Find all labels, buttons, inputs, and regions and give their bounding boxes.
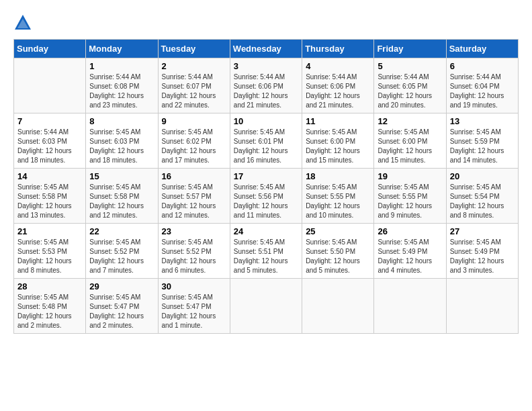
day-info: Sunrise: 5:45 AM Sunset: 6:00 PM Dayligh… [306, 128, 370, 165]
week-row-2: 7Sunrise: 5:44 AM Sunset: 6:03 PM Daylig… [14, 113, 519, 169]
day-number: 24 [234, 226, 298, 236]
weekday-header-sunday: Sunday [14, 40, 86, 58]
day-number: 28 [17, 281, 82, 291]
day-info: Sunrise: 5:45 AM Sunset: 6:01 PM Dayligh… [234, 128, 298, 165]
day-info: Sunrise: 5:45 AM Sunset: 5:50 PM Dayligh… [306, 238, 370, 275]
day-info: Sunrise: 5:45 AM Sunset: 5:47 PM Dayligh… [89, 293, 154, 330]
page-header [13, 13, 519, 32]
logo-icon [13, 13, 32, 32]
day-info: Sunrise: 5:45 AM Sunset: 5:58 PM Dayligh… [89, 183, 154, 220]
day-info: Sunrise: 5:44 AM Sunset: 6:03 PM Dayligh… [17, 128, 82, 165]
day-info: Sunrise: 5:45 AM Sunset: 5:47 PM Dayligh… [162, 293, 226, 330]
day-info: Sunrise: 5:45 AM Sunset: 5:55 PM Dayligh… [306, 183, 370, 220]
day-number: 29 [89, 281, 154, 291]
day-number: 9 [162, 116, 226, 126]
day-cell: 25Sunrise: 5:45 AM Sunset: 5:50 PM Dayli… [302, 224, 374, 279]
day-cell: 10Sunrise: 5:45 AM Sunset: 6:01 PM Dayli… [230, 113, 302, 169]
day-number: 30 [162, 281, 226, 291]
day-info: Sunrise: 5:45 AM Sunset: 5:52 PM Dayligh… [162, 238, 226, 275]
day-cell: 29Sunrise: 5:45 AM Sunset: 5:47 PM Dayli… [86, 279, 158, 334]
day-number: 21 [17, 226, 82, 236]
day-number: 15 [89, 171, 154, 181]
day-info: Sunrise: 5:45 AM Sunset: 5:56 PM Dayligh… [234, 183, 298, 220]
day-info: Sunrise: 5:45 AM Sunset: 5:52 PM Dayligh… [89, 238, 154, 275]
week-row-3: 14Sunrise: 5:45 AM Sunset: 5:58 PM Dayli… [14, 169, 519, 224]
day-cell: 20Sunrise: 5:45 AM Sunset: 5:54 PM Dayli… [446, 169, 518, 224]
week-row-1: 1Sunrise: 5:44 AM Sunset: 6:08 PM Daylig… [14, 58, 519, 113]
day-info: Sunrise: 5:45 AM Sunset: 5:59 PM Dayligh… [450, 128, 515, 165]
day-number: 19 [378, 171, 442, 181]
day-cell: 30Sunrise: 5:45 AM Sunset: 5:47 PM Dayli… [158, 279, 230, 334]
weekday-header-tuesday: Tuesday [158, 40, 230, 58]
day-cell [14, 58, 86, 113]
day-info: Sunrise: 5:45 AM Sunset: 5:54 PM Dayligh… [450, 183, 515, 220]
day-number: 3 [234, 61, 298, 71]
day-info: Sunrise: 5:45 AM Sunset: 5:57 PM Dayligh… [162, 183, 226, 220]
day-cell: 19Sunrise: 5:45 AM Sunset: 5:55 PM Dayli… [374, 169, 446, 224]
day-number: 10 [234, 116, 298, 126]
calendar-table: SundayMondayTuesdayWednesdayThursdayFrid… [13, 39, 519, 334]
week-row-5: 28Sunrise: 5:45 AM Sunset: 5:48 PM Dayli… [14, 279, 519, 334]
day-info: Sunrise: 5:45 AM Sunset: 6:03 PM Dayligh… [89, 128, 154, 165]
day-cell: 13Sunrise: 5:45 AM Sunset: 5:59 PM Dayli… [446, 113, 518, 169]
week-row-4: 21Sunrise: 5:45 AM Sunset: 5:53 PM Dayli… [14, 224, 519, 279]
logo [13, 13, 35, 32]
day-info: Sunrise: 5:44 AM Sunset: 6:04 PM Dayligh… [450, 73, 515, 110]
day-number: 1 [89, 61, 154, 71]
day-number: 13 [450, 116, 515, 126]
day-number: 16 [162, 171, 226, 181]
day-cell: 8Sunrise: 5:45 AM Sunset: 6:03 PM Daylig… [86, 113, 158, 169]
day-info: Sunrise: 5:45 AM Sunset: 5:49 PM Dayligh… [450, 238, 515, 275]
day-number: 2 [162, 61, 226, 71]
day-number: 11 [306, 116, 370, 126]
day-number: 18 [306, 171, 370, 181]
day-cell: 7Sunrise: 5:44 AM Sunset: 6:03 PM Daylig… [14, 113, 86, 169]
day-number: 5 [378, 61, 442, 71]
day-info: Sunrise: 5:45 AM Sunset: 5:49 PM Dayligh… [378, 238, 442, 275]
day-info: Sunrise: 5:45 AM Sunset: 5:48 PM Dayligh… [17, 293, 82, 330]
day-cell [230, 279, 302, 334]
day-cell [302, 279, 374, 334]
day-info: Sunrise: 5:45 AM Sunset: 5:51 PM Dayligh… [234, 238, 298, 275]
day-number: 12 [378, 116, 442, 126]
day-info: Sunrise: 5:45 AM Sunset: 5:53 PM Dayligh… [17, 238, 82, 275]
day-info: Sunrise: 5:45 AM Sunset: 5:58 PM Dayligh… [17, 183, 82, 220]
day-number: 25 [306, 226, 370, 236]
weekday-header-saturday: Saturday [446, 40, 518, 58]
day-cell: 2Sunrise: 5:44 AM Sunset: 6:07 PM Daylig… [158, 58, 230, 113]
day-info: Sunrise: 5:44 AM Sunset: 6:08 PM Dayligh… [89, 73, 154, 110]
day-cell [374, 279, 446, 334]
day-number: 7 [17, 116, 82, 126]
day-cell: 26Sunrise: 5:45 AM Sunset: 5:49 PM Dayli… [374, 224, 446, 279]
day-cell: 23Sunrise: 5:45 AM Sunset: 5:52 PM Dayli… [158, 224, 230, 279]
day-cell: 12Sunrise: 5:45 AM Sunset: 6:00 PM Dayli… [374, 113, 446, 169]
day-cell: 18Sunrise: 5:45 AM Sunset: 5:55 PM Dayli… [302, 169, 374, 224]
weekday-header-friday: Friday [374, 40, 446, 58]
day-cell: 28Sunrise: 5:45 AM Sunset: 5:48 PM Dayli… [14, 279, 86, 334]
day-cell: 15Sunrise: 5:45 AM Sunset: 5:58 PM Dayli… [86, 169, 158, 224]
day-info: Sunrise: 5:45 AM Sunset: 5:55 PM Dayligh… [378, 183, 442, 220]
day-number: 17 [234, 171, 298, 181]
day-number: 20 [450, 171, 515, 181]
day-cell: 1Sunrise: 5:44 AM Sunset: 6:08 PM Daylig… [86, 58, 158, 113]
day-cell [446, 279, 518, 334]
day-info: Sunrise: 5:44 AM Sunset: 6:05 PM Dayligh… [378, 73, 442, 110]
day-number: 8 [89, 116, 154, 126]
day-cell: 11Sunrise: 5:45 AM Sunset: 6:00 PM Dayli… [302, 113, 374, 169]
day-info: Sunrise: 5:45 AM Sunset: 6:02 PM Dayligh… [162, 128, 226, 165]
day-cell: 3Sunrise: 5:44 AM Sunset: 6:06 PM Daylig… [230, 58, 302, 113]
day-cell: 17Sunrise: 5:45 AM Sunset: 5:56 PM Dayli… [230, 169, 302, 224]
day-number: 22 [89, 226, 154, 236]
day-cell: 4Sunrise: 5:44 AM Sunset: 6:06 PM Daylig… [302, 58, 374, 113]
day-number: 26 [378, 226, 442, 236]
weekday-header-thursday: Thursday [302, 40, 374, 58]
day-number: 23 [162, 226, 226, 236]
day-number: 27 [450, 226, 515, 236]
weekday-header-row: SundayMondayTuesdayWednesdayThursdayFrid… [14, 40, 519, 58]
day-number: 4 [306, 61, 370, 71]
day-number: 6 [450, 61, 515, 71]
day-cell: 22Sunrise: 5:45 AM Sunset: 5:52 PM Dayli… [86, 224, 158, 279]
day-info: Sunrise: 5:45 AM Sunset: 6:00 PM Dayligh… [378, 128, 442, 165]
day-info: Sunrise: 5:44 AM Sunset: 6:06 PM Dayligh… [234, 73, 298, 110]
weekday-header-monday: Monday [86, 40, 158, 58]
